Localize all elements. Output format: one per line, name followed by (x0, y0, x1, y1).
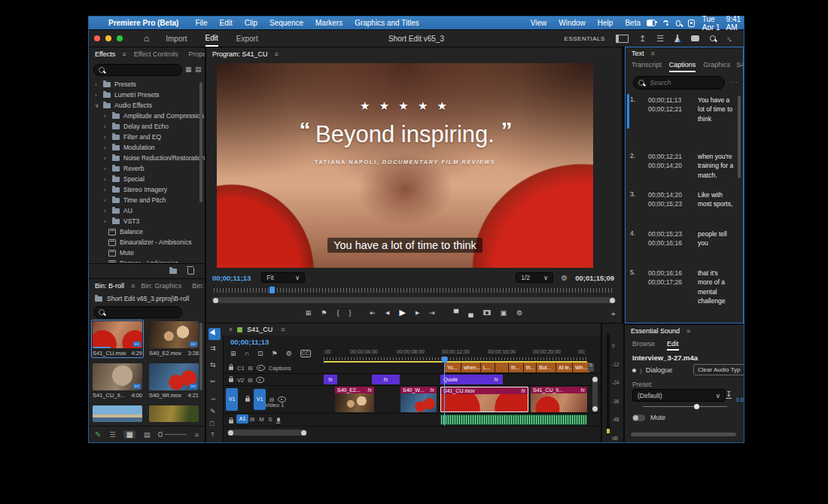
save-preset-icon[interactable]: ↧ (726, 390, 732, 399)
tree-item-lumetri-presets[interactable]: ›Lumetri Presets (89, 90, 205, 100)
export-frame-icon[interactable] (483, 310, 491, 315)
list-view-icon[interactable]: ☰ (109, 431, 115, 439)
stack-icon[interactable]: ☰ (656, 34, 664, 44)
caption-text[interactable]: You have a lot of time to think (698, 96, 734, 123)
timeline-h-scrollbar[interactable] (227, 430, 307, 436)
a1-track-header[interactable]: ⊟ M S (250, 414, 324, 424)
insert-icon[interactable]: ⊟ (248, 365, 253, 372)
tree-item-modulation[interactable]: ›Modulation (89, 142, 205, 153)
volume-slider-handle[interactable] (694, 404, 699, 409)
new-bin-icon[interactable] (169, 269, 177, 274)
tab-export[interactable]: Export (236, 32, 258, 46)
menu-graphics-titles[interactable]: Graphics and Titles (355, 19, 419, 27)
text-panel-title[interactable]: Text (632, 50, 644, 57)
delete-icon[interactable] (187, 268, 194, 275)
go-to-out-icon[interactable]: ⇥ (429, 309, 435, 317)
minimize-window-button[interactable] (105, 35, 111, 41)
tree-item-audio-effects[interactable]: ∨Audio Effects (89, 100, 205, 111)
control-center-icon[interactable] (688, 20, 695, 27)
menu-help[interactable]: Help (598, 19, 613, 27)
add-marker-icon[interactable]: ⚑ (321, 309, 327, 317)
menu-view[interactable]: View (531, 19, 547, 27)
essential-sound-scrollbar[interactable] (631, 433, 736, 436)
tree-item-panner[interactable]: Panner - Ambisonics (89, 258, 205, 263)
chevron-right-icon[interactable]: › (95, 92, 99, 99)
tab-edit[interactable]: Edit (667, 340, 679, 351)
scrollbar-left-handle[interactable] (213, 298, 218, 303)
caption-track-options-icon[interactable]: ≡ (588, 363, 594, 372)
lift-icon[interactable]: ▀ (454, 309, 458, 317)
timeline-timecode[interactable]: 00;00;11;13 (230, 338, 269, 346)
caption-row-1[interactable]: 1. 00;00;11;1300;00;12;21 You have a lot… (630, 96, 734, 123)
tree-item-amplitude[interactable]: ›Amplitude and Compression (89, 111, 205, 121)
scrollbar-left-handle[interactable] (228, 430, 233, 436)
scrollbar-bottom-handle[interactable] (592, 406, 598, 411)
search-icon[interactable] (710, 35, 716, 41)
essential-sound-title[interactable]: Essential Sound (631, 327, 680, 335)
bin-search-input[interactable] (108, 308, 177, 317)
thumbnail-view-icon[interactable]: ▦ (123, 430, 135, 439)
lock-icon[interactable] (229, 420, 233, 424)
bin-item[interactable]: ▪▪ S41_CU_9...4:00 (93, 363, 142, 399)
menu-edit[interactable]: Edit (220, 19, 233, 27)
panel-menu-icon[interactable]: ≡ (651, 50, 655, 57)
tab-effect-controls[interactable]: Effect Controls (134, 50, 178, 58)
bin-item-selected[interactable]: ▪▪ S41_CU.mov4:29 (91, 320, 144, 358)
a1-track-target[interactable]: A1 (236, 414, 248, 424)
tab-effects[interactable]: Effects (95, 50, 115, 58)
panel-menu-icon[interactable]: ≡ (131, 282, 135, 290)
graphic-clip[interactable]: fx (372, 375, 400, 384)
caption-clip[interactable]: But... (536, 363, 558, 372)
tab-properties[interactable]: Propertie (189, 50, 205, 58)
feedback-bubble-icon[interactable] (691, 35, 699, 41)
snap-magnet-icon[interactable]: ∩ (245, 350, 250, 357)
tab-graphics[interactable]: Graphics (703, 61, 730, 72)
insert-icon[interactable]: ⊟ (250, 416, 254, 423)
program-zoom-scrollbar[interactable] (212, 297, 616, 303)
scrollbar-right-handle[interactable] (301, 430, 306, 436)
preset-dropdown[interactable]: (Default) ∨ (632, 389, 726, 402)
timeline-playhead-head[interactable] (442, 357, 447, 363)
v1-source-patch[interactable]: V1 (226, 388, 238, 411)
eye-icon[interactable] (257, 365, 265, 371)
captions-scrollbar[interactable] (738, 96, 741, 178)
solo-track-button[interactable]: S (269, 416, 272, 423)
video-clip[interactable]: S41_CU_9...fx (531, 387, 587, 412)
caption-row-4[interactable]: 4. 00;00;15;2300;00;16;16 people tell yo… (630, 229, 734, 248)
insert-icon[interactable]: ⊟ (248, 377, 252, 384)
track-select-tool[interactable]: ⇉ (210, 345, 216, 352)
beta-feedback-icon[interactable] (674, 35, 680, 42)
menu-beta[interactable]: Beta (625, 19, 641, 27)
program-timecode[interactable]: 00;00;11;13 (212, 274, 251, 282)
clip-thumbnail[interactable]: ▪▪ (93, 321, 142, 348)
menu-clip[interactable]: Clip (245, 19, 257, 27)
step-back-icon[interactable]: ◀ (385, 310, 389, 316)
bin-scrollbar[interactable] (199, 323, 202, 390)
tree-item-au[interactable]: ›AU (89, 205, 205, 216)
menu-sequence[interactable]: Sequence (269, 19, 303, 27)
linked-selection-icon[interactable]: ⊡ (257, 350, 263, 357)
settings-wrench-icon[interactable]: ⚙ (561, 274, 568, 282)
type-tool[interactable]: T (211, 431, 215, 438)
menu-window[interactable]: Window (559, 19, 586, 27)
clip-thumbnail[interactable]: ▪▪ (93, 363, 142, 390)
add-button-icon[interactable]: + (611, 309, 616, 318)
panel-menu-icon[interactable]: ≡ (281, 326, 285, 333)
video-clip-selected[interactable]: S41_CU.movfx (440, 387, 528, 412)
tab-import[interactable]: Import (166, 32, 187, 46)
clip-thumbnail[interactable] (149, 405, 199, 422)
video-clip[interactable]: S40_E2...fx (335, 387, 374, 412)
panel-menu-icon[interactable]: ≡ (686, 327, 690, 335)
search-options-icon[interactable]: ··· (730, 79, 738, 86)
timeline-playhead-line[interactable] (444, 357, 445, 426)
volume-slider-track[interactable] (643, 406, 727, 407)
captions-cc-icon[interactable]: CC (300, 350, 311, 357)
wifi-icon[interactable] (663, 20, 668, 26)
caption-clip[interactable] (495, 363, 510, 372)
bin-item[interactable]: ▪▪ S40_WI.mov4:21 (149, 363, 199, 399)
nest-icon[interactable]: ⊞ (230, 350, 236, 357)
tree-item-filter-eq[interactable]: ›Filter and EQ (89, 132, 205, 142)
fullscreen-icon[interactable]: ↔ (724, 32, 736, 44)
captions-track-header[interactable]: C1 ⊟ Captions (223, 363, 324, 373)
battery-icon[interactable] (647, 20, 656, 26)
